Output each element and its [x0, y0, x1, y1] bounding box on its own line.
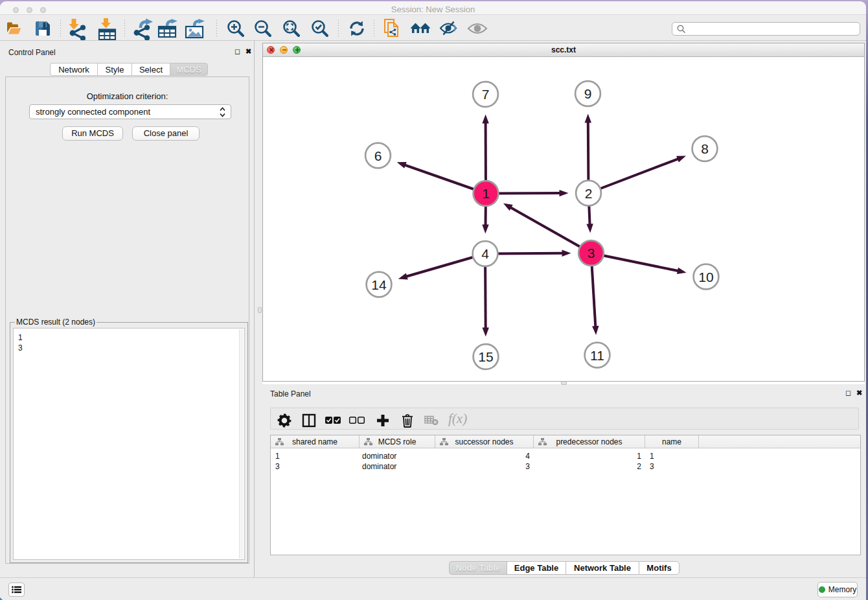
svg-text:1: 1	[482, 186, 490, 201]
svg-text:15: 15	[478, 349, 493, 364]
svg-text:4: 4	[481, 246, 489, 261]
svg-text:11: 11	[590, 348, 604, 363]
svg-text:14: 14	[371, 277, 387, 292]
svg-text:2: 2	[585, 186, 593, 201]
svg-text:10: 10	[698, 270, 713, 284]
svg-text:3: 3	[588, 246, 595, 260]
svg-text:7: 7	[482, 87, 490, 102]
svg-text:8: 8	[701, 141, 709, 156]
svg-text:6: 6	[374, 148, 382, 163]
svg-text:9: 9	[584, 86, 592, 101]
